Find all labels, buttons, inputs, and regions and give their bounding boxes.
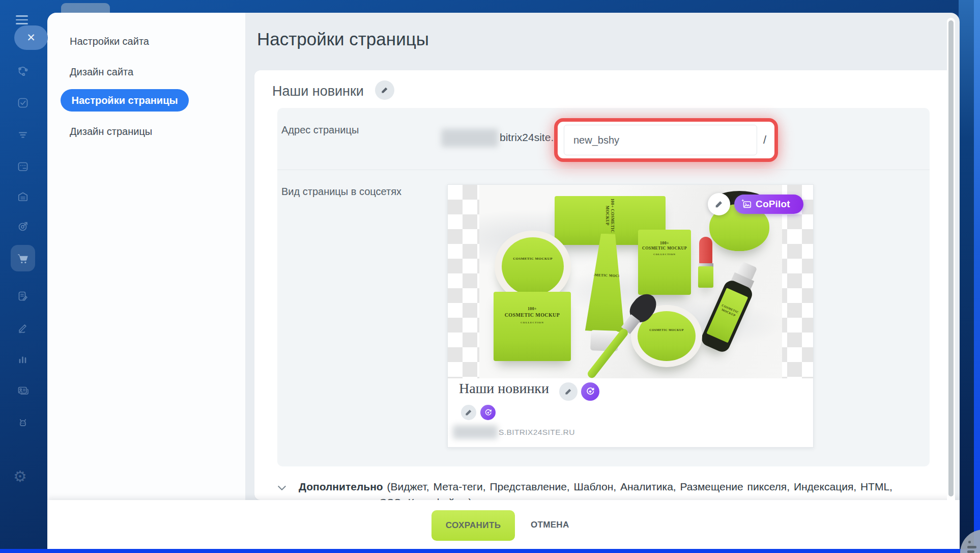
- address-label: Адрес страницы: [281, 124, 359, 136]
- image-edit-button[interactable]: [708, 193, 730, 215]
- preview-description-edit-button[interactable]: [461, 405, 476, 420]
- scrollbar-track: [947, 18, 955, 547]
- marketing-target-icon[interactable]: [17, 220, 29, 233]
- mockup-box-bottom: 100+ COSMETIC MOCKUP COLLECTION: [494, 292, 571, 361]
- mockup-round-case: COSMETIC MOCKUP: [495, 231, 571, 302]
- blurred-domain-prefix: [441, 129, 498, 147]
- page-background-right: [959, 0, 974, 553]
- pencil-icon: [564, 388, 572, 396]
- menu-item-site-settings[interactable]: Настройки сайта: [70, 36, 149, 47]
- bottom-edge-strip: [0, 549, 980, 553]
- preview-image: 100+ COSMETIC MOCKUP COSMETIC MOCKUP: [448, 185, 813, 378]
- additional-settings-line2: CSS, Куки-файлы): [379, 496, 472, 500]
- social-view-label: Вид страницы в соцсетях: [281, 186, 401, 198]
- section-title: Наши новинки: [272, 84, 364, 99]
- calendar-icon[interactable]: [17, 160, 29, 173]
- page-settings-card: Наши новинки Адрес страницы bitrix24site…: [254, 70, 952, 500]
- trailing-slash: /: [763, 133, 766, 147]
- preview-url: S.BITRIX24SITE.RU: [499, 428, 575, 437]
- close-panel-button[interactable]: ✕: [14, 25, 48, 50]
- settings-gear-icon[interactable]: ⚙: [13, 467, 27, 485]
- settings-slider-panel: Настройки сайта Дизайн сайта Настройки с…: [47, 13, 960, 549]
- shop-cart-icon: [16, 252, 30, 265]
- save-button[interactable]: СОХРАНИТЬ: [431, 510, 515, 541]
- pencil-icon: [465, 408, 473, 417]
- page-title: Настройки страницы: [257, 29, 429, 49]
- copilot-regenerate-icon: [585, 386, 595, 397]
- cancel-button[interactable]: ОТМЕНА: [531, 520, 569, 530]
- row-divider: [277, 170, 930, 170]
- preview-title: Наши новинки: [459, 380, 549, 397]
- settings-menu-column: Настройки сайта Дизайн сайта Настройки с…: [47, 13, 245, 549]
- preview-title-copilot-button[interactable]: [581, 382, 599, 401]
- right-edge-strip: [974, 0, 980, 553]
- signature-pen-icon[interactable]: [17, 322, 29, 334]
- storage-box-icon[interactable]: [17, 190, 29, 203]
- mobile-robot-icon[interactable]: [17, 417, 29, 429]
- crm-funnel-icon[interactable]: [17, 129, 29, 141]
- preview-description-copilot-button[interactable]: [480, 405, 496, 420]
- copilot-label: CoPilot: [756, 199, 790, 210]
- menu-item-page-settings-active[interactable]: Настройки страницы: [61, 89, 189, 112]
- tasks-checkbox-icon[interactable]: [17, 97, 29, 109]
- scrollbar-thumb[interactable]: [948, 20, 954, 496]
- social-preview-card: 100+ COSMETIC MOCKUP COSMETIC MOCKUP: [447, 184, 814, 448]
- menu-item-site-design[interactable]: Дизайн сайта: [70, 66, 133, 78]
- mockup-sachet: 100+ COSMETIC MOCKUP COLLECTION: [638, 230, 691, 295]
- blurred-url-prefix: [453, 425, 498, 439]
- menu-item-page-design[interactable]: Дизайн страницы: [70, 126, 152, 137]
- chevron-down-icon[interactable]: [277, 485, 286, 492]
- shop-cart-active-item[interactable]: [11, 245, 35, 271]
- copilot-image-icon: [741, 199, 752, 210]
- copilot-regenerate-icon: [484, 408, 493, 417]
- analytics-chart-icon[interactable]: [17, 353, 29, 365]
- network-share-icon[interactable]: [17, 65, 29, 77]
- background-tab: [61, 3, 110, 13]
- cosmetics-photo: 100+ COSMETIC MOCKUP COSMETIC MOCKUP: [479, 185, 782, 378]
- contacts-card-icon[interactable]: [17, 384, 29, 397]
- pencil-icon: [714, 200, 724, 209]
- hamburger-menu-icon[interactable]: [16, 15, 28, 24]
- preview-title-edit-button[interactable]: [559, 382, 578, 401]
- document-sign-icon[interactable]: [17, 290, 29, 302]
- mockup-lipstick: [698, 237, 713, 288]
- pencil-icon: [381, 86, 389, 94]
- copilot-image-button[interactable]: CoPilot: [734, 195, 803, 214]
- page-address-input[interactable]: [564, 125, 757, 155]
- footer-bar: СОХРАНИТЬ ОТМЕНА: [47, 500, 960, 549]
- address-highlight-box: /: [554, 118, 778, 162]
- section-title-edit-button[interactable]: [375, 80, 394, 100]
- additional-settings-toggle[interactable]: Дополнительно (Виджет, Мета-теги, Предст…: [299, 481, 892, 493]
